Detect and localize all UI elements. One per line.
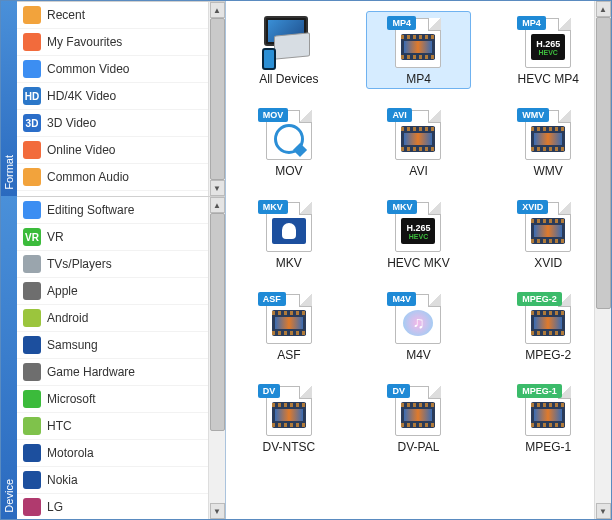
sidebar-item[interactable]: Recent [17,2,225,29]
sidebar-item[interactable]: TVs/Players [17,251,225,278]
panel-device: Device Editing SoftwareVRVRTVs/PlayersAp… [1,196,225,519]
format-item[interactable]: MOVMOV [236,103,342,181]
sidebar-item[interactable]: Microsoft [17,386,225,413]
format-icon: MP4 [389,14,447,68]
scroll-track[interactable] [210,213,225,503]
film-strip-icon [401,126,435,152]
scrollbar-content[interactable]: ▲ ▼ [594,1,611,519]
format-item[interactable]: M4V♫M4V [366,287,472,365]
sidebar-item[interactable]: HDHD/4K Video [17,83,225,110]
tv-icon [23,255,41,273]
sidebar-item[interactable]: Common Audio [17,164,225,191]
sidebar-item-label: Game Hardware [47,365,135,379]
panel-tab-device[interactable]: Device [1,196,17,519]
online-icon [23,141,41,159]
hevc-icon: H.265HEVC [401,218,435,244]
format-label: DV-PAL [398,440,440,454]
sidebar-item-label: 3D Video [47,116,96,130]
format-badge: DV [258,384,281,398]
film-strip-icon [401,34,435,60]
format-item[interactable]: All Devices [236,11,342,89]
format-item[interactable]: MKVMKV [236,195,342,273]
scroll-up-icon[interactable]: ▲ [210,2,225,18]
audio-icon [23,168,41,186]
sidebar-item[interactable]: Game Hardware [17,359,225,386]
format-icon: M4V♫ [389,290,447,344]
sidebar-item[interactable]: HTC [17,413,225,440]
scroll-down-icon[interactable]: ▼ [210,180,225,196]
panel-tab-format[interactable]: Format [1,1,17,196]
sidebar-item[interactable]: LG [17,494,225,519]
sidebar-item-label: Nokia [47,473,78,487]
panel-tab-label: Format [3,155,15,190]
sidebar-item-label: HTC [47,419,72,433]
format-icon [260,14,318,68]
panel-list-device: Editing SoftwareVRVRTVs/PlayersAppleAndr… [17,196,225,519]
format-item[interactable]: MPEG-1MPEG-1 [495,379,601,457]
scrollbar-device[interactable]: ▲ ▼ [208,197,225,519]
scroll-down-icon[interactable]: ▼ [210,503,225,519]
scroll-thumb[interactable] [210,18,225,180]
film-strip-icon [272,402,306,428]
film-strip-icon [531,126,565,152]
format-item[interactable]: DVDV-PAL [366,379,472,457]
format-item[interactable]: MP4H.265HEVCHEVC MP4 [495,11,601,89]
sidebar-item[interactable]: Android [17,305,225,332]
format-badge: WMV [517,108,549,122]
format-badge: MKV [258,200,288,214]
format-badge: ASF [258,292,286,306]
devices-icon [260,14,318,68]
editing-icon [23,201,41,219]
matroska-icon [272,218,306,244]
sidebar-item-label: Samsung [47,338,98,352]
film-strip-icon [531,310,565,336]
format-icon: ASF [260,290,318,344]
sidebar-item[interactable]: My Favourites [17,29,225,56]
sidebar: Format RecentMy FavouritesCommon VideoHD… [1,1,226,519]
format-item[interactable]: DVDV-NTSC [236,379,342,457]
apple-icon [23,282,41,300]
sidebar-item[interactable]: Common Video [17,56,225,83]
format-icon: MPEG-1 [519,382,577,436]
sidebar-item-label: Editing Software [47,203,134,217]
3d-icon: 3D [23,114,41,132]
scrollbar-format[interactable]: ▲ ▼ [208,2,225,196]
sidebar-item-label: Common Audio [47,170,129,184]
format-icon: WMV [519,106,577,160]
sidebar-item[interactable]: VRVR [17,224,225,251]
format-item[interactable]: MKVH.265HEVCHEVC MKV [366,195,472,273]
format-badge: AVI [387,108,411,122]
sidebar-item[interactable]: 3D3D Video [17,110,225,137]
format-label: MPEG-2 [525,348,571,362]
sidebar-item[interactable]: Nokia [17,467,225,494]
format-item[interactable]: ASFASF [236,287,342,365]
sidebar-item[interactable]: Samsung [17,332,225,359]
panel-format: Format RecentMy FavouritesCommon VideoHD… [1,1,225,196]
format-item[interactable]: MPEG-2MPEG-2 [495,287,601,365]
sidebar-item[interactable]: Online Video [17,137,225,164]
scroll-thumb[interactable] [596,17,611,309]
format-label: HEVC MKV [387,256,450,270]
scroll-up-icon[interactable]: ▲ [210,197,225,213]
format-badge: XVID [517,200,548,214]
scroll-track[interactable] [596,17,611,503]
sidebar-item[interactable]: Editing Software [17,197,225,224]
scroll-thumb[interactable] [210,213,225,431]
scroll-track[interactable] [210,18,225,180]
format-icon: DV [260,382,318,436]
scroll-up-icon[interactable]: ▲ [596,1,611,17]
sidebar-item-label: VR [47,230,64,244]
format-label: DV-NTSC [262,440,315,454]
format-badge: MP4 [387,16,416,30]
format-item[interactable]: WMVWMV [495,103,601,181]
scroll-down-icon[interactable]: ▼ [596,503,611,519]
sidebar-item[interactable]: Apple [17,278,225,305]
sidebar-item[interactable]: Motorola [17,440,225,467]
format-icon: MOV [260,106,318,160]
panel-list-format: RecentMy FavouritesCommon VideoHDHD/4K V… [17,1,225,196]
format-item[interactable]: MP4MP4 [366,11,472,89]
format-badge: MOV [258,108,289,122]
format-item[interactable]: AVIAVI [366,103,472,181]
format-label: All Devices [259,72,318,86]
format-item[interactable]: XVIDXVID [495,195,601,273]
